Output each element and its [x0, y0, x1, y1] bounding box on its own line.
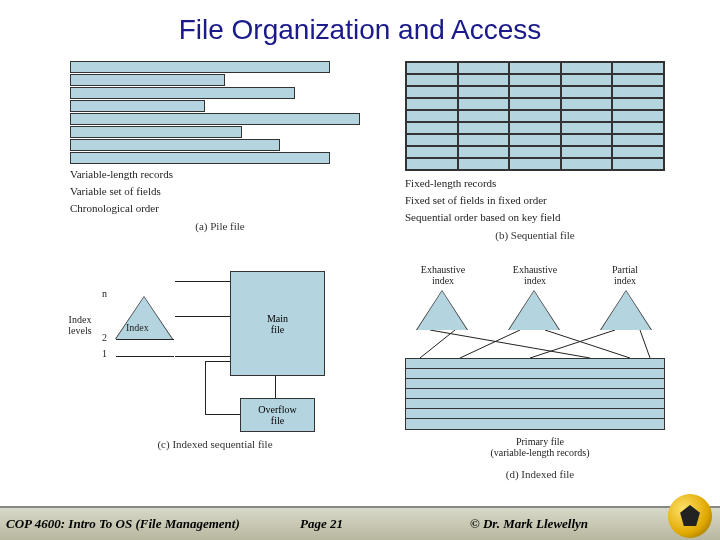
seq-cell	[509, 86, 561, 98]
seq-cell	[458, 62, 510, 74]
seq-cell	[561, 74, 613, 86]
seq-cell	[406, 146, 458, 158]
indexed-seq-caption: (c) Indexed sequential file	[60, 438, 370, 450]
exhaustive-label-1: Exhaustive index	[408, 264, 478, 286]
seq-cell	[612, 62, 664, 74]
primary-record	[406, 419, 664, 429]
pile-record	[70, 61, 330, 73]
diagram-area: Variable-length records Variable set of …	[0, 56, 720, 506]
pile-record	[70, 126, 242, 138]
seq-cell	[458, 86, 510, 98]
seq-cell	[561, 134, 613, 146]
diagram-sequential-file: Fixed-length records Fixed set of fields…	[405, 61, 665, 241]
seq-cell	[612, 110, 664, 122]
index-triangle-label: Index	[126, 322, 149, 333]
seq-row	[406, 146, 664, 158]
seq-cell	[458, 122, 510, 134]
diagram-pile-file: Variable-length records Variable set of …	[70, 61, 370, 241]
svg-line-3	[545, 330, 630, 358]
seq-cell	[509, 110, 561, 122]
primary-record	[406, 399, 664, 409]
seq-row	[406, 110, 664, 122]
seq-row	[406, 74, 664, 86]
pile-desc-1: Variable-length records	[70, 168, 370, 181]
seq-row	[406, 98, 664, 110]
seq-cell	[509, 74, 561, 86]
seq-desc-2: Fixed set of fields in fixed order	[405, 194, 665, 207]
primary-record	[406, 359, 664, 369]
svg-line-4	[530, 330, 615, 358]
diagram-indexed-file: Exhaustive index Exhaustive index Partia…	[400, 266, 680, 496]
pile-record	[70, 74, 225, 86]
exhaustive-label-2: Exhaustive index	[500, 264, 570, 286]
indexed-file-caption: (d) Indexed file	[400, 468, 680, 480]
seq-cell	[406, 62, 458, 74]
primary-record	[406, 369, 664, 379]
seq-cell	[612, 158, 664, 170]
seq-cell	[509, 158, 561, 170]
sequential-table	[405, 61, 665, 171]
seq-cell	[612, 146, 664, 158]
svg-line-1	[420, 330, 455, 358]
seq-cell	[612, 86, 664, 98]
seq-cell	[612, 134, 664, 146]
seq-cell	[406, 110, 458, 122]
seq-cell	[509, 62, 561, 74]
seq-cell	[509, 98, 561, 110]
seq-caption: (b) Sequential file	[405, 229, 665, 241]
seq-cell	[561, 146, 613, 158]
pile-record	[70, 100, 205, 112]
level-1-label: 1	[102, 348, 107, 359]
footer-page: Page 21	[300, 516, 450, 532]
seq-cell	[612, 98, 664, 110]
pile-desc-2: Variable set of fields	[70, 185, 370, 198]
svg-line-5	[640, 330, 650, 358]
seq-cell	[509, 146, 561, 158]
seq-row	[406, 122, 664, 134]
diagram-indexed-sequential: Index levels n 2 1 Index Main file Overf…	[60, 266, 370, 476]
primary-record	[406, 409, 664, 419]
seq-cell	[561, 62, 613, 74]
seq-cell	[458, 158, 510, 170]
index-levels-label: Index levels	[60, 314, 100, 336]
primary-file-label: Primary file (variable-length records)	[460, 436, 620, 458]
seq-row	[406, 62, 664, 74]
seq-cell	[406, 98, 458, 110]
seq-cell	[406, 122, 458, 134]
seq-cell	[406, 158, 458, 170]
index-arrows	[400, 330, 670, 360]
seq-row	[406, 134, 664, 146]
seq-cell	[406, 86, 458, 98]
footer-course: COP 4600: Intro To OS (File Management)	[0, 516, 300, 532]
seq-cell	[406, 134, 458, 146]
seq-cell	[561, 158, 613, 170]
seq-cell	[458, 110, 510, 122]
seq-cell	[458, 146, 510, 158]
seq-cell	[561, 110, 613, 122]
university-logo-icon	[668, 494, 712, 538]
overflow-file-box: Overflow file	[240, 398, 315, 432]
pile-caption: (a) Pile file	[70, 220, 370, 232]
level-2-label: 2	[102, 332, 107, 343]
pile-record	[70, 139, 280, 151]
partial-label: Partial index	[595, 264, 655, 286]
level-n-label: n	[102, 288, 107, 299]
seq-cell	[561, 122, 613, 134]
pile-desc-3: Chronological order	[70, 202, 370, 215]
primary-record	[406, 379, 664, 389]
pile-record	[70, 87, 295, 99]
seq-cell	[612, 74, 664, 86]
seq-cell	[406, 74, 458, 86]
primary-file-table	[405, 358, 665, 430]
seq-cell	[561, 98, 613, 110]
seq-cell	[561, 86, 613, 98]
seq-cell	[509, 122, 561, 134]
seq-cell	[612, 122, 664, 134]
seq-row	[406, 86, 664, 98]
pile-record	[70, 152, 330, 164]
seq-cell	[458, 134, 510, 146]
seq-cell	[509, 134, 561, 146]
slide-footer: COP 4600: Intro To OS (File Management) …	[0, 506, 720, 540]
main-file-box: Main file	[230, 271, 325, 376]
page-title: File Organization and Access	[0, 0, 720, 56]
